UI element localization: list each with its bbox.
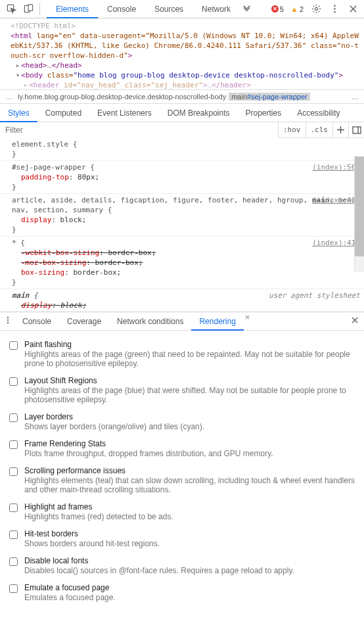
rendering-checkbox[interactable] (9, 467, 18, 476)
inspect-icon[interactable] (3, 1, 20, 18)
css-rule[interactable]: (index):413article, aside, details, figc… (0, 194, 364, 237)
close-tab-icon[interactable]: × (245, 312, 250, 331)
svg-point-10 (7, 319, 9, 321)
toggle-sidebar-icon[interactable] (348, 122, 364, 138)
rendering-checkbox[interactable] (9, 530, 18, 539)
rendering-checkbox[interactable] (9, 440, 18, 449)
css-property-value[interactable]: border-box (108, 248, 151, 257)
css-rule[interactable]: element.style {} (0, 138, 364, 161)
warning-count-badge[interactable]: ▲ 2 (288, 5, 306, 14)
dom-doctype: <!DOCTYPE html> (1, 21, 363, 31)
rendering-option: Hit-test bordersShows borders around hit… (0, 525, 364, 552)
hov-toggle[interactable]: :hov (278, 122, 306, 138)
filter-input[interactable] (0, 122, 278, 138)
rule-selector[interactable]: * { (12, 238, 361, 248)
css-property-name[interactable]: padding-top (21, 173, 69, 181)
tab-network[interactable]: Network (193, 0, 240, 18)
css-property-value[interactable]: 80px (78, 173, 95, 181)
styles-tabs: StylesComputedEvent ListenersDOM Breakpo… (0, 104, 364, 122)
dom-head-tag[interactable]: ▸<head>…</head> (1, 60, 363, 70)
rendering-label: Scrolling performance issues (24, 466, 356, 475)
rendering-options: Paint flashingHighlights areas of the pa… (0, 331, 364, 633)
css-property-name[interactable]: display (21, 216, 51, 224)
css-property-name[interactable]: display (21, 301, 51, 310)
styles-scrollbar[interactable] (354, 156, 364, 272)
css-rule[interactable]: (index):564#sej-page-wrapper {padding-to… (0, 161, 364, 194)
rendering-checkbox[interactable] (9, 557, 18, 566)
rule-selector[interactable]: article, aside, details, figcaption, fig… (12, 195, 361, 215)
rendering-label: Layout Shift Regions (24, 376, 356, 385)
rendering-option: Disable local fontsDisables local() sour… (0, 552, 364, 579)
rendering-label: Layer borders (24, 412, 204, 421)
new-rule-icon[interactable] (332, 122, 348, 138)
styles-tab-properties[interactable]: Properties (237, 104, 289, 122)
rendering-desc: Highlights elements (teal) that can slow… (24, 476, 356, 494)
rendering-option: Paint flashingHighlights areas of the pa… (0, 336, 364, 372)
drawer-tab-console[interactable]: Console (14, 312, 59, 331)
rendering-desc: Highlights areas of the page (blue) that… (24, 386, 356, 404)
error-icon: ✕ (271, 5, 279, 12)
settings-icon[interactable] (307, 1, 325, 18)
breadcrumb-body[interactable]: ly.home.blog.group-blog.desktop-device.d… (15, 93, 229, 101)
breadcrumb-overflow[interactable]: … (3, 93, 15, 101)
breadcrumb-overflow-right[interactable]: … (349, 93, 361, 101)
drawer-tab-rendering[interactable]: Rendering (191, 312, 243, 331)
rule-source-link[interactable]: (index):564 (312, 162, 360, 172)
breadcrumb-main[interactable]: main#sej-page-wrapper (229, 93, 310, 101)
drawer-tab-coverage[interactable]: Coverage (59, 312, 109, 331)
css-property-value[interactable]: block (60, 301, 82, 310)
cls-toggle[interactable]: .cls (306, 122, 333, 138)
css-property-name[interactable]: box-sizing (21, 268, 64, 277)
rendering-checkbox[interactable] (9, 584, 18, 593)
rule-selector[interactable]: element.style { (12, 139, 361, 149)
rendering-checkbox[interactable] (9, 341, 18, 350)
rendering-checkbox[interactable] (9, 504, 18, 512)
css-property-value[interactable]: border-box (73, 268, 116, 277)
warning-icon: ▲ (290, 5, 298, 14)
warning-count: 2 (300, 5, 304, 13)
kebab-menu-icon[interactable] (326, 1, 343, 18)
svg-point-9 (7, 317, 9, 318)
css-property-value[interactable]: border-box (95, 258, 139, 267)
dom-tree[interactable]: <!DOCTYPE html> <html lang="en" data-use… (0, 18, 364, 89)
rule-source-link[interactable]: (index):413 (312, 238, 360, 248)
rendering-option: Scrolling performance issuesHighlights e… (0, 462, 364, 498)
more-tabs-icon[interactable] (240, 1, 253, 18)
css-rule[interactable]: user agent stylesheetmain {display: bloc… (0, 289, 364, 312)
tab-sources[interactable]: Sources (145, 0, 193, 18)
rule-selector[interactable]: #sej-page-wrapper { (12, 162, 361, 172)
rendering-checkbox[interactable] (9, 377, 18, 386)
rendering-checkbox[interactable] (9, 413, 18, 422)
styles-tab-computed[interactable]: Computed (37, 104, 89, 122)
dom-header-tag[interactable]: ▸<header id="nav_head" class="sej_header… (1, 80, 363, 89)
device-toggle-icon[interactable] (20, 1, 37, 18)
css-rule[interactable]: (index):413* {-webkit-box-sizing: border… (0, 237, 364, 289)
css-property-name[interactable]: -moz-box-sizing (21, 258, 86, 267)
styles-tab-accessibility[interactable]: Accessibility (289, 104, 348, 122)
tab-console[interactable]: Console (98, 0, 145, 18)
rendering-label: Paint flashing (24, 340, 356, 349)
tab-elements[interactable]: Elements (47, 0, 98, 18)
svg-rect-2 (28, 5, 33, 11)
styles-body[interactable]: element.style {}(index):564#sej-page-wra… (0, 138, 364, 312)
error-count: 5 (280, 5, 284, 13)
css-property-name[interactable]: -webkit-box-sizing (21, 248, 99, 257)
main-tabs: ElementsConsoleSourcesNetwork (47, 0, 240, 18)
rendering-label: Highlight ad frames (24, 502, 173, 511)
rule-source-link[interactable]: (index):413 (312, 195, 360, 205)
rendering-desc: Disables local() sources in @font-face r… (24, 566, 294, 575)
styles-tab-styles[interactable]: Styles (0, 104, 37, 122)
styles-tab-event-listeners[interactable]: Event Listeners (89, 104, 160, 122)
rendering-option: Highlight ad framesHighlights frames (re… (0, 498, 364, 525)
css-property-value[interactable]: block (60, 216, 82, 224)
error-count-badge[interactable]: ✕ 5 (269, 5, 286, 13)
drawer-menu-icon[interactable] (1, 316, 14, 326)
svg-point-4 (334, 5, 336, 7)
dom-body-tag[interactable]: ▾<body class="home blog group-blog deskt… (1, 70, 363, 80)
drawer-close-icon[interactable] (346, 316, 364, 326)
dom-html-tag[interactable]: <html lang="en" data-useragent="Mozilla/… (1, 31, 363, 60)
close-devtools-icon[interactable] (344, 1, 361, 18)
styles-tab-dom-breakpoints[interactable]: DOM Breakpoints (160, 104, 238, 122)
drawer-tab-network-conditions[interactable]: Network conditions (109, 312, 191, 331)
rendering-desc: Shows borders around hit-test regions. (24, 539, 160, 548)
